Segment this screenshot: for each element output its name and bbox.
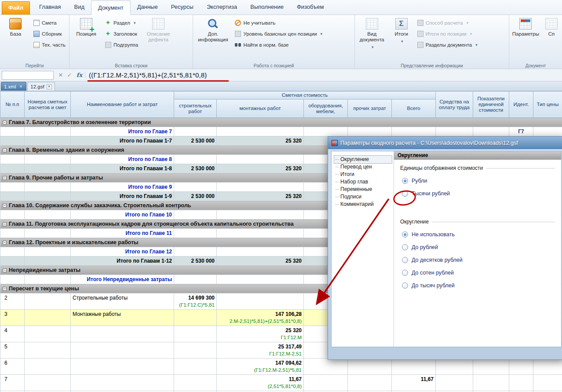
radio-option-До сотен рублей[interactable]: До сотен рублей: [402, 270, 555, 276]
cell-install[interactable]: 25 320: [217, 164, 304, 173]
close-tab-icon[interactable]: ×: [47, 84, 52, 89]
cell-num[interactable]: [0, 164, 25, 173]
cell-name[interactable]: Итого по Главам 1-8: [71, 164, 174, 173]
section-button[interactable]: Раздел: [103, 18, 140, 27]
header-build-works[interactable]: строительных работ: [174, 99, 217, 118]
cell-name[interactable]: Итого Непредвиденные затраты: [71, 275, 174, 284]
cell-build[interactable]: 2 530 000: [174, 164, 217, 173]
cell-install[interactable]: 25 320Г1:Г12.М: [217, 326, 304, 342]
cell-build[interactable]: [174, 229, 217, 238]
cell-funds[interactable]: [436, 375, 473, 391]
collapse-icon[interactable]: −: [3, 121, 7, 125]
tech-part-button[interactable]: Тех. часть: [31, 40, 68, 49]
cell-estimate-numbers[interactable]: [25, 192, 71, 201]
radio-option-До рублей[interactable]: До рублей: [402, 244, 555, 250]
cell-estimate-numbers[interactable]: [25, 127, 71, 136]
ribbon-tab-Выполнение[interactable]: Выполнение: [244, 0, 290, 15]
collapse-icon[interactable]: −: [3, 241, 7, 245]
cell-num[interactable]: 3: [0, 310, 25, 326]
ribbon-tab-Ресурсы[interactable]: Ресурсы: [164, 0, 200, 15]
base-button[interactable]: База: [1, 16, 30, 59]
cell-other[interactable]: [348, 127, 392, 136]
cell-build[interactable]: 2 530 000: [174, 136, 217, 146]
header-unit-cost[interactable]: Показатели единичной стоимости: [473, 92, 509, 118]
cell-install[interactable]: [217, 293, 304, 310]
cell-name[interactable]: Итого по Главе 11: [71, 229, 174, 238]
cell-build[interactable]: [174, 342, 217, 359]
cell-num[interactable]: 4: [0, 326, 25, 342]
defect-description-button[interactable]: Описание дефекта: [142, 16, 175, 59]
cell-name[interactable]: [71, 359, 174, 375]
name-box[interactable]: [2, 71, 54, 80]
cell-estimate-numbers[interactable]: [25, 247, 71, 256]
cell-build[interactable]: [174, 326, 217, 342]
cell-estimate-numbers[interactable]: [25, 164, 71, 173]
header-estimate-numbers[interactable]: Номера сметных расчетов и смет: [25, 92, 71, 118]
cell-build[interactable]: [174, 155, 217, 164]
cell-num[interactable]: 6: [0, 359, 25, 375]
collapse-icon[interactable]: −: [3, 222, 7, 226]
cancel-formula-icon[interactable]: ✕: [56, 72, 65, 78]
cell-install[interactable]: 11,67(2,51*5,81*0,8): [217, 375, 304, 391]
cell-equipment[interactable]: [304, 127, 348, 136]
cell-install[interactable]: 25 317,49Г1:Г12.М-2,51: [217, 342, 304, 359]
cell-num[interactable]: [0, 183, 25, 192]
calculation-method-button[interactable]: Способ расчета: [415, 18, 480, 27]
header-work-name[interactable]: Наименование работ и затрат: [71, 92, 174, 118]
cell-name[interactable]: Итого по Главе 12: [71, 247, 174, 256]
cell-price-type[interactable]: [533, 359, 562, 375]
heading-button[interactable]: Заголовок: [103, 29, 140, 38]
cell-num[interactable]: 7: [0, 375, 25, 391]
cell-num[interactable]: [0, 155, 25, 164]
dialog-nav-item-Переменные[interactable]: Переменные: [334, 186, 392, 193]
document-view-button[interactable]: Вид документа: [356, 16, 388, 59]
cell-name[interactable]: Итого по Главе 8: [71, 155, 174, 164]
header-estimated-cost[interactable]: Сметная стоимость: [174, 92, 436, 99]
cell-num[interactable]: 5: [0, 342, 25, 359]
function-icon[interactable]: fx: [74, 72, 85, 78]
collapse-icon[interactable]: −: [3, 204, 7, 208]
cell-build[interactable]: [174, 375, 217, 391]
cell-num[interactable]: 2: [0, 293, 25, 310]
cell-funds[interactable]: [436, 127, 473, 136]
cell-name[interactable]: [71, 326, 174, 342]
cell-total[interactable]: [392, 127, 436, 136]
table-row[interactable]: 6147 094,62(Г1:Г12.М-2,51)*5,81: [0, 359, 562, 375]
header-num[interactable]: № п.п: [0, 92, 25, 118]
collapse-icon[interactable]: −: [3, 268, 7, 272]
cell-estimate-numbers[interactable]: [25, 359, 71, 375]
header-price-type[interactable]: Тип цены: [533, 92, 562, 118]
header-install-works[interactable]: монтажных работ: [217, 99, 304, 118]
cell-num[interactable]: [0, 127, 25, 136]
position-totals-button[interactable]: Итоги по позиции: [415, 29, 480, 38]
cell-install[interactable]: [217, 183, 304, 192]
find-in-base-button[interactable]: Найти в норм. базе: [233, 40, 325, 49]
cell-name[interactable]: Итого по Главам 1-7: [71, 136, 174, 146]
cell-estimate-numbers[interactable]: [25, 256, 71, 266]
cell-other[interactable]: [348, 359, 392, 375]
ribbon-tab-Вид[interactable]: Вид: [67, 0, 91, 15]
cell-build[interactable]: [174, 183, 217, 192]
ribbon-tab-Документ[interactable]: Документ: [91, 0, 131, 15]
cell-build[interactable]: 14 699 300(Г1:Г12.С)*5,81: [174, 293, 217, 310]
dialog-nav-item-Итоги[interactable]: Итоги: [334, 171, 392, 178]
cell-estimate-numbers[interactable]: [25, 155, 71, 164]
header-labor-funds[interactable]: Средства на оплату труда: [436, 92, 473, 118]
cell-ident[interactable]: [509, 359, 533, 375]
cell-num[interactable]: [0, 256, 25, 266]
cell-name[interactable]: [71, 375, 174, 391]
cell-install[interactable]: 147 106,282.М-2,51)*5,81)+(2,51*5,81*0,8…: [217, 310, 304, 326]
cell-estimate-numbers[interactable]: [25, 136, 71, 146]
cell-build[interactable]: [174, 275, 217, 284]
collapse-icon[interactable]: −: [3, 287, 7, 291]
cell-estimate-numbers[interactable]: [25, 375, 71, 391]
cell-num[interactable]: [0, 210, 25, 220]
radio-option-Тысячи рублей[interactable]: Тысячи рублей: [402, 191, 555, 197]
cell-ident[interactable]: Г7: [509, 127, 533, 136]
cell-name[interactable]: Итого по Главе 7: [71, 127, 174, 136]
cell-install[interactable]: [217, 127, 304, 136]
cell-funds[interactable]: [436, 359, 473, 375]
cell-estimate-numbers[interactable]: [25, 210, 71, 220]
cell-name[interactable]: Строительные работы: [71, 293, 174, 310]
ribbon-tab-Главная[interactable]: Главная: [33, 0, 67, 15]
